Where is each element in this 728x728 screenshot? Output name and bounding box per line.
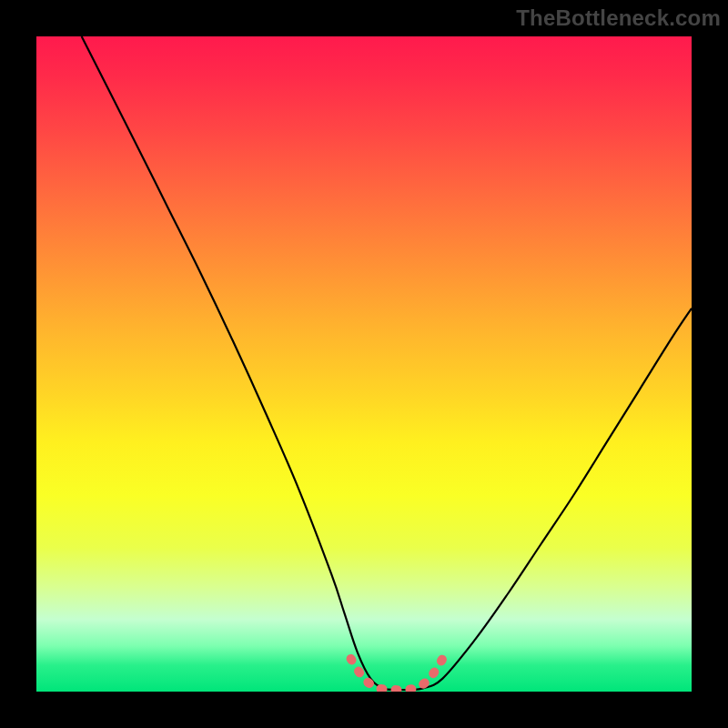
chart-frame: TheBottleneck.com [0,0,728,728]
flat-bottom-accent [351,659,443,690]
bottleneck-curve [82,36,692,690]
plot-area [36,36,692,692]
bottleneck-curve-svg [36,36,692,692]
watermark-text: TheBottleneck.com [516,5,721,31]
